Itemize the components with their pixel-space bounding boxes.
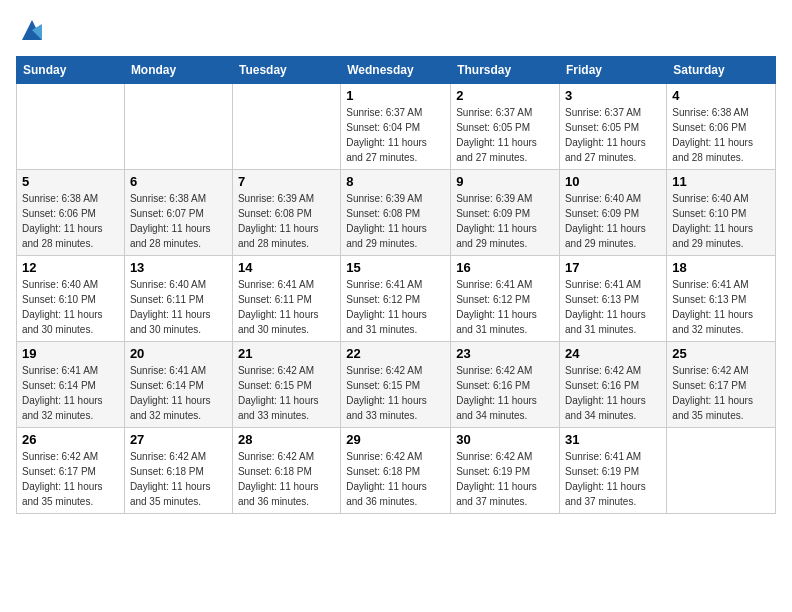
day-number: 2 <box>456 88 554 103</box>
day-info: Sunrise: 6:38 AMSunset: 6:07 PMDaylight:… <box>130 191 227 251</box>
day-number: 30 <box>456 432 554 447</box>
day-number: 19 <box>22 346 119 361</box>
calendar-cell: 17Sunrise: 6:41 AMSunset: 6:13 PMDayligh… <box>560 256 667 342</box>
calendar-cell: 23Sunrise: 6:42 AMSunset: 6:16 PMDayligh… <box>451 342 560 428</box>
day-info: Sunrise: 6:40 AMSunset: 6:11 PMDaylight:… <box>130 277 227 337</box>
day-header-thursday: Thursday <box>451 57 560 84</box>
calendar-cell: 2Sunrise: 6:37 AMSunset: 6:05 PMDaylight… <box>451 84 560 170</box>
day-number: 9 <box>456 174 554 189</box>
calendar-cell: 29Sunrise: 6:42 AMSunset: 6:18 PMDayligh… <box>341 428 451 514</box>
day-number: 4 <box>672 88 770 103</box>
day-info: Sunrise: 6:41 AMSunset: 6:13 PMDaylight:… <box>565 277 661 337</box>
day-info: Sunrise: 6:39 AMSunset: 6:08 PMDaylight:… <box>346 191 445 251</box>
day-info: Sunrise: 6:37 AMSunset: 6:05 PMDaylight:… <box>456 105 554 165</box>
calendar-cell: 25Sunrise: 6:42 AMSunset: 6:17 PMDayligh… <box>667 342 776 428</box>
day-info: Sunrise: 6:42 AMSunset: 6:15 PMDaylight:… <box>238 363 335 423</box>
day-info: Sunrise: 6:41 AMSunset: 6:19 PMDaylight:… <box>565 449 661 509</box>
calendar-cell: 24Sunrise: 6:42 AMSunset: 6:16 PMDayligh… <box>560 342 667 428</box>
day-info: Sunrise: 6:42 AMSunset: 6:16 PMDaylight:… <box>565 363 661 423</box>
day-number: 17 <box>565 260 661 275</box>
calendar-cell: 13Sunrise: 6:40 AMSunset: 6:11 PMDayligh… <box>124 256 232 342</box>
day-number: 15 <box>346 260 445 275</box>
calendar-cell: 10Sunrise: 6:40 AMSunset: 6:09 PMDayligh… <box>560 170 667 256</box>
calendar-cell: 12Sunrise: 6:40 AMSunset: 6:10 PMDayligh… <box>17 256 125 342</box>
day-info: Sunrise: 6:38 AMSunset: 6:06 PMDaylight:… <box>672 105 770 165</box>
calendar-week-1: 1Sunrise: 6:37 AMSunset: 6:04 PMDaylight… <box>17 84 776 170</box>
calendar-cell: 8Sunrise: 6:39 AMSunset: 6:08 PMDaylight… <box>341 170 451 256</box>
calendar-header-row: SundayMondayTuesdayWednesdayThursdayFrid… <box>17 57 776 84</box>
day-number: 12 <box>22 260 119 275</box>
calendar-cell: 5Sunrise: 6:38 AMSunset: 6:06 PMDaylight… <box>17 170 125 256</box>
day-number: 5 <box>22 174 119 189</box>
calendar-week-4: 19Sunrise: 6:41 AMSunset: 6:14 PMDayligh… <box>17 342 776 428</box>
day-info: Sunrise: 6:40 AMSunset: 6:09 PMDaylight:… <box>565 191 661 251</box>
day-number: 3 <box>565 88 661 103</box>
calendar-week-2: 5Sunrise: 6:38 AMSunset: 6:06 PMDaylight… <box>17 170 776 256</box>
day-info: Sunrise: 6:41 AMSunset: 6:11 PMDaylight:… <box>238 277 335 337</box>
logo-icon <box>18 16 46 44</box>
day-info: Sunrise: 6:42 AMSunset: 6:17 PMDaylight:… <box>22 449 119 509</box>
calendar-cell: 22Sunrise: 6:42 AMSunset: 6:15 PMDayligh… <box>341 342 451 428</box>
day-info: Sunrise: 6:41 AMSunset: 6:12 PMDaylight:… <box>456 277 554 337</box>
calendar-table: SundayMondayTuesdayWednesdayThursdayFrid… <box>16 56 776 514</box>
calendar-cell <box>17 84 125 170</box>
calendar-cell: 4Sunrise: 6:38 AMSunset: 6:06 PMDaylight… <box>667 84 776 170</box>
day-number: 6 <box>130 174 227 189</box>
day-info: Sunrise: 6:40 AMSunset: 6:10 PMDaylight:… <box>672 191 770 251</box>
calendar-cell: 28Sunrise: 6:42 AMSunset: 6:18 PMDayligh… <box>232 428 340 514</box>
day-header-saturday: Saturday <box>667 57 776 84</box>
day-number: 31 <box>565 432 661 447</box>
day-info: Sunrise: 6:42 AMSunset: 6:17 PMDaylight:… <box>672 363 770 423</box>
day-number: 11 <box>672 174 770 189</box>
day-number: 20 <box>130 346 227 361</box>
day-header-sunday: Sunday <box>17 57 125 84</box>
day-info: Sunrise: 6:41 AMSunset: 6:12 PMDaylight:… <box>346 277 445 337</box>
day-number: 29 <box>346 432 445 447</box>
day-info: Sunrise: 6:39 AMSunset: 6:09 PMDaylight:… <box>456 191 554 251</box>
calendar-cell: 7Sunrise: 6:39 AMSunset: 6:08 PMDaylight… <box>232 170 340 256</box>
day-header-monday: Monday <box>124 57 232 84</box>
day-info: Sunrise: 6:37 AMSunset: 6:04 PMDaylight:… <box>346 105 445 165</box>
day-number: 25 <box>672 346 770 361</box>
day-info: Sunrise: 6:40 AMSunset: 6:10 PMDaylight:… <box>22 277 119 337</box>
day-number: 24 <box>565 346 661 361</box>
day-number: 21 <box>238 346 335 361</box>
calendar-cell: 14Sunrise: 6:41 AMSunset: 6:11 PMDayligh… <box>232 256 340 342</box>
day-info: Sunrise: 6:39 AMSunset: 6:08 PMDaylight:… <box>238 191 335 251</box>
day-info: Sunrise: 6:42 AMSunset: 6:16 PMDaylight:… <box>456 363 554 423</box>
day-info: Sunrise: 6:41 AMSunset: 6:13 PMDaylight:… <box>672 277 770 337</box>
calendar-cell <box>232 84 340 170</box>
day-info: Sunrise: 6:42 AMSunset: 6:18 PMDaylight:… <box>130 449 227 509</box>
calendar-cell: 27Sunrise: 6:42 AMSunset: 6:18 PMDayligh… <box>124 428 232 514</box>
day-info: Sunrise: 6:42 AMSunset: 6:18 PMDaylight:… <box>238 449 335 509</box>
day-number: 16 <box>456 260 554 275</box>
day-info: Sunrise: 6:42 AMSunset: 6:19 PMDaylight:… <box>456 449 554 509</box>
day-info: Sunrise: 6:41 AMSunset: 6:14 PMDaylight:… <box>130 363 227 423</box>
day-header-wednesday: Wednesday <box>341 57 451 84</box>
day-number: 8 <box>346 174 445 189</box>
calendar-cell: 26Sunrise: 6:42 AMSunset: 6:17 PMDayligh… <box>17 428 125 514</box>
calendar-week-5: 26Sunrise: 6:42 AMSunset: 6:17 PMDayligh… <box>17 428 776 514</box>
calendar-cell: 20Sunrise: 6:41 AMSunset: 6:14 PMDayligh… <box>124 342 232 428</box>
day-number: 7 <box>238 174 335 189</box>
calendar-cell <box>124 84 232 170</box>
day-info: Sunrise: 6:42 AMSunset: 6:15 PMDaylight:… <box>346 363 445 423</box>
page-header <box>16 16 776 44</box>
calendar-cell: 21Sunrise: 6:42 AMSunset: 6:15 PMDayligh… <box>232 342 340 428</box>
day-number: 18 <box>672 260 770 275</box>
calendar-cell: 3Sunrise: 6:37 AMSunset: 6:05 PMDaylight… <box>560 84 667 170</box>
calendar-cell: 9Sunrise: 6:39 AMSunset: 6:09 PMDaylight… <box>451 170 560 256</box>
day-header-friday: Friday <box>560 57 667 84</box>
day-number: 27 <box>130 432 227 447</box>
day-header-tuesday: Tuesday <box>232 57 340 84</box>
calendar-cell <box>667 428 776 514</box>
day-number: 23 <box>456 346 554 361</box>
day-info: Sunrise: 6:41 AMSunset: 6:14 PMDaylight:… <box>22 363 119 423</box>
day-info: Sunrise: 6:37 AMSunset: 6:05 PMDaylight:… <box>565 105 661 165</box>
day-number: 14 <box>238 260 335 275</box>
calendar-cell: 31Sunrise: 6:41 AMSunset: 6:19 PMDayligh… <box>560 428 667 514</box>
calendar-cell: 30Sunrise: 6:42 AMSunset: 6:19 PMDayligh… <box>451 428 560 514</box>
day-number: 28 <box>238 432 335 447</box>
calendar-cell: 15Sunrise: 6:41 AMSunset: 6:12 PMDayligh… <box>341 256 451 342</box>
calendar-cell: 6Sunrise: 6:38 AMSunset: 6:07 PMDaylight… <box>124 170 232 256</box>
